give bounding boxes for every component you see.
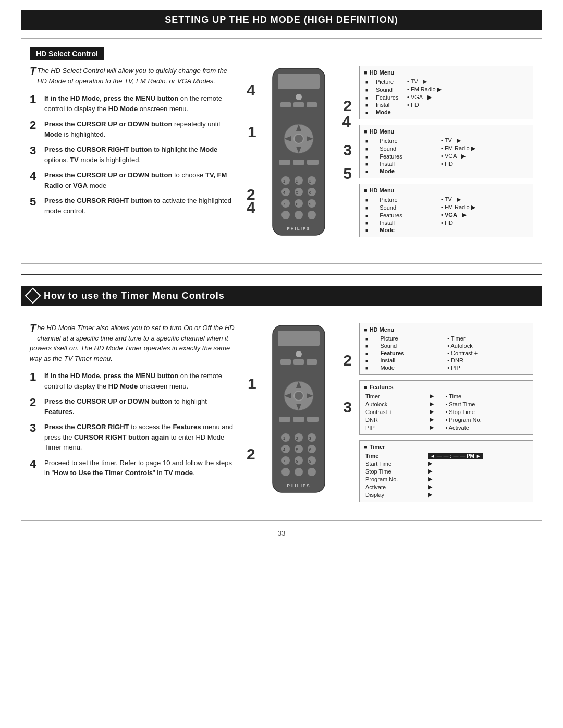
- svg-text:7: 7: [283, 459, 286, 464]
- menu-row: Program No. ▶: [364, 475, 529, 483]
- page: SETTING UP THE HD MODE (HIGH DEFINITION)…: [0, 0, 563, 553]
- svg-text:2: 2: [296, 179, 299, 184]
- overlay-3: 3: [343, 141, 352, 159]
- svg-rect-39: [278, 331, 320, 346]
- step-text-5: Press the CURSOR RIGHT button to activat…: [44, 196, 238, 216]
- features-submenu-title: ■ Features: [364, 384, 529, 390]
- timer-steps-column: The HD Mode Timer also allows you to set…: [30, 323, 238, 512]
- timer-step-3: 3 Press the CURSOR RIGHT to access the F…: [30, 422, 238, 453]
- menu-row: ■ Install • HD: [364, 160, 529, 167]
- features-menu-title: ■ HD Menu: [364, 326, 529, 333]
- svg-text:5: 5: [296, 190, 299, 195]
- timer-overlay-1: 1: [248, 375, 256, 393]
- menu-row-mode: ■ Mode: [364, 167, 529, 175]
- svg-rect-3: [280, 102, 291, 107]
- timer-step-num-3: 3: [30, 422, 44, 434]
- menu-row-vga: ■ Features • VGA ▶: [364, 211, 529, 219]
- svg-rect-15: [307, 160, 319, 165]
- timer-submenu-title: ■ Timer: [364, 444, 529, 450]
- remote-svg-hd: 1 2 3 4 5 6 7 8 9 PHILIPS: [262, 66, 335, 253]
- timer-section: How to use the Timer Menu Controls The H…: [21, 286, 542, 521]
- overlay-4b: 4: [342, 113, 351, 130]
- svg-text:6: 6: [309, 190, 312, 195]
- hd-menu-box-1: ■ HD Menu ■ Picture • TV ▶ ■ Soun: [359, 66, 533, 119]
- features-icon: ■: [364, 384, 368, 390]
- menu-row-features-highlight: ■ Features • Contrast +: [364, 349, 529, 357]
- timer-overlay-2-top: 2: [343, 351, 352, 369]
- section-divider: [21, 274, 542, 275]
- timer-submenu-box: ■ Timer Time ◄ — — : — — PM ► Start Time…: [359, 440, 533, 502]
- svg-rect-13: [279, 160, 290, 165]
- hd-subsection-title: HD Select Control: [30, 47, 104, 60]
- svg-point-25: [282, 211, 290, 219]
- overlay-2-top: 2: [343, 97, 352, 115]
- step-number-3: 3: [30, 144, 44, 157]
- timer-step-num-4: 4: [30, 458, 44, 470]
- menu-table-2: ■ Picture • TV ▶ ■ Sound • FM Radio ▶ ■: [364, 137, 529, 175]
- svg-text:4: 4: [283, 447, 286, 452]
- timer-section-title: How to use the Timer Menu Controls: [21, 286, 542, 306]
- timer-step-4: 4 Proceed to set the timer. Refer to pag…: [30, 458, 238, 478]
- svg-text:PHILIPS: PHILIPS: [287, 483, 310, 488]
- svg-rect-1: [278, 74, 320, 89]
- menu-row: ■ Sound • FM Radio ▶: [364, 144, 529, 152]
- features-menu-box: ■ HD Menu ■ Picture • Timer ■ Sound: [359, 323, 533, 375]
- svg-rect-53: [307, 417, 319, 422]
- timer-step-text-1: If in the HD Mode, press the MENU button…: [44, 371, 238, 391]
- menu-row: PIP ▶ • Activate: [364, 423, 529, 431]
- hd-step-3: 3 Press the CURSOR RIGHT button to highl…: [30, 144, 238, 165]
- svg-text:3: 3: [309, 436, 312, 441]
- svg-point-12: [295, 135, 303, 143]
- step-text-1: If in the HD Mode, press the MENU button…: [44, 93, 238, 114]
- timer-step-num-1: 1: [30, 371, 44, 383]
- timer-overlay-2-bot: 2: [247, 445, 255, 463]
- svg-point-40: [296, 351, 302, 357]
- svg-text:4: 4: [283, 190, 286, 195]
- timer-steps-list: 1 If in the HD Mode, press the MENU butt…: [30, 371, 238, 478]
- timer-overlay-3: 3: [343, 398, 352, 416]
- menu-row: DNR ▶ • Program No.: [364, 416, 529, 423]
- menu-row: ■ Picture • Timer: [364, 335, 529, 342]
- step-text-3: Press the CURSOR RIGHT button to highlig…: [44, 144, 238, 165]
- step-number-4: 4: [30, 170, 44, 183]
- svg-rect-41: [280, 359, 291, 365]
- hd-menu-box-2: ■ HD Menu ■ Picture • TV ▶ ■ Soun: [359, 125, 533, 178]
- timer-drop-cap: T: [30, 323, 36, 333]
- menu-row: Autolock ▶ • Start Time: [364, 400, 529, 408]
- hd-step-2: 2 Press the CURSOR UP or DOWN button rep…: [30, 119, 238, 139]
- svg-text:PHILIPS: PHILIPS: [287, 226, 310, 231]
- drop-cap: T: [30, 66, 36, 76]
- menu-row-mode: ■ Mode: [364, 108, 529, 116]
- svg-point-50: [295, 392, 303, 400]
- overlay-1: 1: [248, 123, 256, 141]
- menu-row: ■ Install • HD: [364, 101, 529, 108]
- menu-row: ■ Install • DNR: [364, 357, 529, 364]
- menu-row: Start Time ▶: [364, 459, 529, 467]
- svg-text:8: 8: [296, 459, 299, 464]
- menu-title-3: ■ HD Menu: [364, 187, 529, 193]
- svg-point-2: [296, 94, 302, 100]
- svg-text:2: 2: [296, 436, 299, 441]
- features-menu-table: ■ Picture • Timer ■ Sound • Autolock ■: [364, 335, 529, 371]
- menu-title-1: ■ HD Menu: [364, 69, 529, 76]
- menu-row: ■ Picture • TV ▶: [364, 78, 529, 86]
- hd-menu-icon-features: ■: [364, 326, 368, 333]
- svg-rect-43: [307, 359, 317, 365]
- remote-svg-timer: 1 2 3 4 5 6 7 8 9 PHILIPS: [262, 323, 335, 511]
- hd-menu-boxes: ■ HD Menu ■ Picture • TV ▶ ■ Soun: [359, 66, 533, 255]
- menu-row: ■ Install • HD: [364, 219, 529, 226]
- hd-step-5: 5 Press the CURSOR RIGHT button to activ…: [30, 196, 238, 216]
- hd-menu-icon-1: ■: [364, 69, 368, 76]
- svg-rect-42: [293, 359, 304, 365]
- timer-diamond-icon: [25, 287, 41, 304]
- menu-title-2: ■ HD Menu: [364, 128, 529, 135]
- menu-row: Activate ▶: [364, 483, 529, 491]
- tv-value: • TV ▶: [406, 78, 529, 86]
- hd-step-1: 1 If in the HD Mode, press the MENU butt…: [30, 93, 238, 114]
- timer-step-text-3: Press the CURSOR RIGHT to access the Fea…: [44, 422, 238, 453]
- menu-table-3: ■ Picture • TV ▶ ■ Sound • FM Radio ▶ ■: [364, 196, 529, 234]
- menu-row: Contrast + ▶ • Stop Time: [364, 408, 529, 416]
- svg-point-27: [308, 211, 316, 219]
- svg-point-65: [308, 468, 316, 476]
- menu-row: Display ▶: [364, 491, 529, 499]
